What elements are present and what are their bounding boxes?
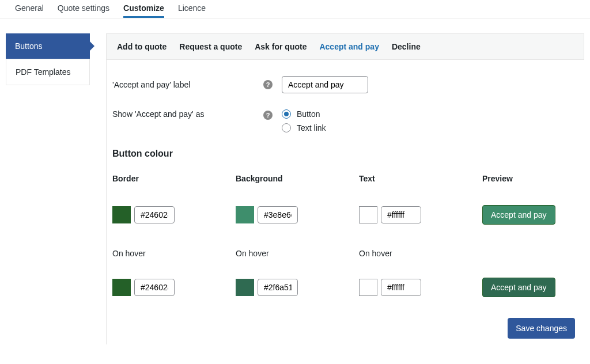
on-hover-background-label: On hover [236, 249, 359, 258]
col-head-preview: Preview [482, 174, 578, 183]
accept-and-pay-label-caption: 'Accept and pay' label [112, 80, 263, 89]
text-hover-swatch[interactable] [359, 279, 377, 296]
subnav-ask-for-quote[interactable]: Ask for quote [255, 42, 307, 51]
col-head-background: Background [236, 174, 359, 183]
accept-and-pay-label-input[interactable] [282, 76, 368, 93]
help-icon[interactable]: ? [263, 111, 273, 120]
help-icon[interactable]: ? [263, 80, 273, 89]
subnav: Add to quote Request a quote Ask for quo… [106, 33, 584, 60]
show-as-radio-textlink-label: Text link [297, 123, 326, 132]
save-changes-button[interactable]: Save changes [508, 318, 575, 339]
text-hover-color-input[interactable] [381, 279, 421, 296]
on-hover-text-label: On hover [359, 249, 482, 258]
subnav-decline[interactable]: Decline [392, 42, 421, 51]
subnav-accept-and-pay[interactable]: Accept and pay [319, 42, 379, 51]
preview-button: Accept and pay [482, 205, 555, 225]
col-head-border: Border [112, 174, 236, 183]
subnav-add-to-quote[interactable]: Add to quote [117, 42, 167, 51]
show-as-caption: Show 'Accept and pay' as [112, 109, 263, 119]
border-swatch[interactable] [112, 206, 131, 223]
show-as-radio-button-label: Button [297, 109, 320, 119]
sidebar-item-label: Buttons [15, 41, 42, 51]
border-color-input[interactable] [134, 206, 175, 223]
button-colour-heading: Button colour [112, 149, 578, 159]
preview-button-hover: Accept and pay [482, 278, 555, 297]
tab-quote-settings[interactable]: Quote settings [58, 0, 109, 18]
background-swatch[interactable] [236, 206, 254, 223]
sidebar-item-buttons[interactable]: Buttons [6, 33, 90, 59]
show-as-radio-button[interactable] [282, 109, 291, 119]
background-hover-color-input[interactable] [258, 279, 298, 296]
background-color-input[interactable] [258, 206, 298, 223]
sidebar-item-pdf-templates[interactable]: PDF Templates [6, 59, 90, 85]
text-color-input[interactable] [381, 206, 421, 223]
border-hover-swatch[interactable] [112, 279, 131, 296]
text-swatch[interactable] [359, 206, 377, 223]
tab-general[interactable]: General [15, 0, 44, 18]
main-panel: Add to quote Request a quote Ask for quo… [106, 33, 584, 344]
top-tabs: General Quote settings Customize Licence [0, 0, 590, 18]
border-hover-color-input[interactable] [134, 279, 175, 296]
subnav-request-a-quote[interactable]: Request a quote [179, 42, 242, 51]
background-hover-swatch[interactable] [236, 279, 254, 296]
sidebar: Buttons PDF Templates [6, 33, 90, 344]
on-hover-border-label: On hover [112, 249, 236, 258]
tab-licence[interactable]: Licence [178, 0, 206, 18]
sidebar-item-label: PDF Templates [16, 67, 70, 77]
tab-customize[interactable]: Customize [123, 0, 164, 18]
col-head-text: Text [359, 174, 482, 183]
show-as-radio-textlink[interactable] [282, 123, 291, 132]
